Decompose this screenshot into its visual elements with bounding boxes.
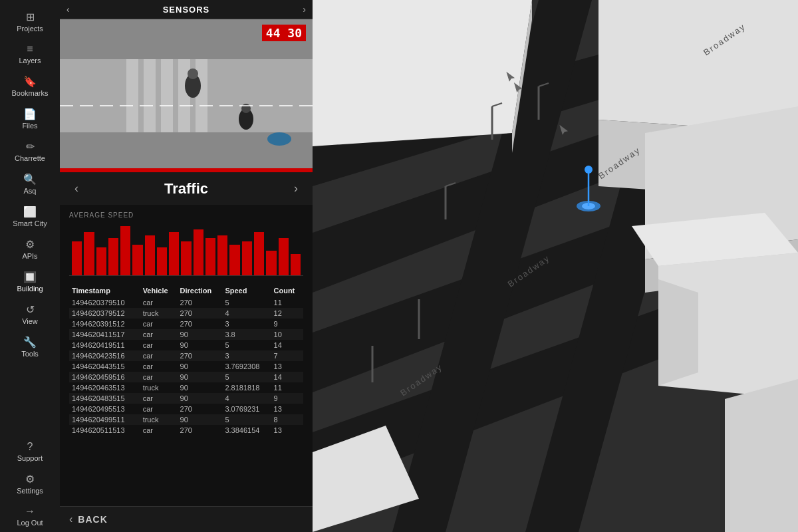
chart-section: AVERAGE SPEED	[60, 205, 313, 283]
chart-bar	[217, 235, 227, 275]
building-icon: 🔲	[23, 271, 37, 283]
chart-bar	[169, 232, 179, 275]
svg-rect-2	[126, 59, 138, 132]
svg-rect-3	[144, 59, 156, 132]
bookmarks-icon: 🔖	[23, 75, 37, 88]
chart-bar	[157, 247, 167, 275]
svg-rect-5	[178, 59, 190, 132]
camera-timestamp: 44 30	[262, 25, 306, 41]
back-label[interactable]: BACK	[78, 514, 107, 525]
col-speed: Speed	[222, 283, 271, 297]
camera-feed: 44 30	[60, 19, 313, 172]
table-row: 1494620423516car27037	[69, 350, 303, 361]
svg-marker-20	[313, 0, 532, 146]
camera-red-bar	[60, 168, 313, 172]
panel-collapse-arrow[interactable]: ›	[303, 4, 306, 15]
svg-point-8	[188, 68, 198, 79]
speed-chart	[69, 223, 303, 276]
traffic-next-button[interactable]: ›	[289, 179, 303, 198]
traffic-table: Timestamp Vehicle Direction Speed Count …	[69, 283, 303, 436]
chart-bar	[181, 241, 191, 275]
table-header-row: Timestamp Vehicle Direction Speed Count	[69, 283, 303, 297]
traffic-prev-button[interactable]: ‹	[69, 179, 84, 198]
col-count: Count	[271, 283, 303, 297]
chart-bar	[229, 245, 239, 275]
asq-icon: 🔍	[23, 173, 37, 186]
apis-icon: ⚙	[25, 238, 35, 251]
svg-marker-27	[658, 279, 698, 386]
charrette-icon: ✏	[26, 140, 35, 153]
sidebar-item-logout[interactable]: → Log Out	[0, 500, 60, 532]
sidebar-item-tools[interactable]: 🔧 Tools	[0, 331, 60, 363]
back-section: ‹ BACK	[60, 506, 313, 532]
chart-bar	[145, 235, 155, 275]
sidebar-bottom: ? Support ⚙ Settings → Log Out	[0, 436, 60, 532]
table-row: 1494620459516car90514	[69, 372, 303, 382]
table-row: 1494620499511truck9058	[69, 414, 303, 425]
files-icon: 📄	[23, 108, 37, 120]
avg-speed-label: AVERAGE SPEED	[69, 211, 303, 219]
chart-bar	[96, 247, 106, 275]
sidebar-item-view[interactable]: ↺ View	[0, 298, 60, 331]
chart-bar	[84, 232, 94, 275]
sidebar-item-bookmarks[interactable]: 🔖 Bookmarks	[0, 70, 60, 102]
chart-bar	[194, 229, 203, 275]
chart-bar	[72, 241, 82, 275]
sensors-panel: ‹ SENSORS › 44 30	[60, 0, 313, 532]
data-table-section[interactable]: Timestamp Vehicle Direction Speed Count …	[60, 283, 313, 506]
tools-icon: 🔧	[23, 336, 37, 348]
chart-bar	[205, 238, 215, 275]
sidebar-item-layers[interactable]: ≡ Layers	[0, 38, 60, 70]
table-row: 1494620443515car903.769230813	[69, 361, 303, 372]
table-row: 1494620391512car27039	[69, 319, 303, 329]
panel-back-arrow[interactable]: ‹	[66, 4, 70, 15]
chart-bar	[242, 241, 252, 275]
traffic-title: Traffic	[164, 180, 208, 198]
sidebar-item-projects[interactable]: ⊞ Projects	[0, 5, 60, 38]
layers-icon: ≡	[27, 43, 33, 55]
sidebar: ⊞ Projects ≡ Layers 🔖 Bookmarks 📄 Files …	[0, 0, 60, 532]
3d-map: Broadway Broadway Broadway Broadway	[313, 0, 798, 532]
table-row: 1494620419511car90514	[69, 340, 303, 350]
col-vehicle: Vehicle	[140, 283, 178, 297]
view-icon: ↺	[26, 303, 35, 316]
chart-bar	[291, 254, 301, 275]
svg-point-46	[585, 166, 593, 174]
chart-bar	[108, 238, 118, 275]
logout-icon: →	[25, 505, 35, 517]
svg-rect-4	[161, 59, 173, 132]
settings-icon: ⚙	[25, 473, 35, 485]
chart-bar	[254, 232, 264, 275]
back-arrow[interactable]: ‹	[69, 513, 72, 525]
sidebar-item-support[interactable]: ? Support	[0, 436, 60, 467]
projects-icon: ⊞	[26, 11, 35, 23]
sidebar-item-apis[interactable]: ⚙ APIs	[0, 233, 60, 265]
panel-header: ‹ SENSORS ›	[60, 0, 313, 19]
chart-bar	[120, 226, 130, 275]
col-timestamp: Timestamp	[69, 283, 140, 297]
table-row: 1494620379510car270511	[69, 297, 303, 308]
table-row: 1494620411517car903.810	[69, 329, 303, 340]
svg-point-10	[241, 104, 251, 113]
sidebar-item-smart-city[interactable]: ⬜ Smart City	[0, 200, 60, 233]
svg-rect-6	[196, 59, 207, 132]
table-row: 1494620379512truck270412	[69, 308, 303, 319]
support-icon: ?	[27, 441, 33, 453]
chart-bar	[279, 238, 289, 275]
sidebar-item-charrette[interactable]: ✏ Charrette	[0, 135, 60, 168]
table-row: 1494620483515car9049	[69, 393, 303, 404]
table-row: 1494620495513car2703.076923113	[69, 404, 303, 414]
svg-point-11	[267, 132, 291, 146]
chart-bar	[132, 245, 142, 275]
sidebar-item-asq[interactable]: 🔍 Asq	[0, 168, 60, 200]
sidebar-item-building[interactable]: 🔲 Building	[0, 265, 60, 298]
traffic-nav: ‹ Traffic ›	[60, 172, 313, 205]
svg-marker-29	[725, 379, 798, 532]
map-area[interactable]: Broadway Broadway Broadway Broadway	[313, 0, 798, 532]
table-row: 1494620511513car2703.384615413	[69, 425, 303, 436]
sidebar-item-settings[interactable]: ⚙ Settings	[0, 467, 60, 500]
camera-image	[60, 19, 313, 172]
sidebar-item-files[interactable]: 📄 Files	[0, 102, 60, 135]
smart-city-icon: ⬜	[23, 205, 37, 218]
panel-title: SENSORS	[163, 5, 210, 15]
